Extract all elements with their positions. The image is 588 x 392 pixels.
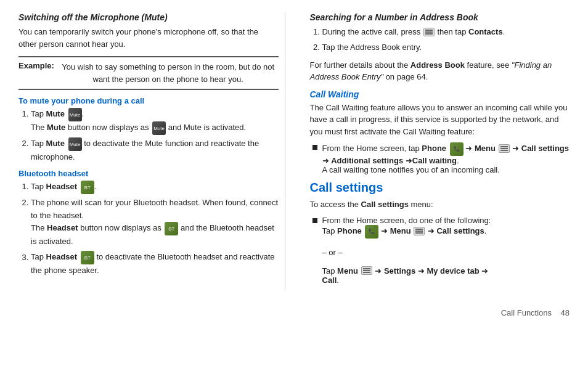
contacts-bold: Contacts [468, 27, 503, 36]
call-settings-bullet-text: From the Home screen, do one of the foll… [322, 216, 491, 285]
mute-bold-2: Mute [46, 139, 65, 148]
menu-bold-1: Menu [475, 144, 496, 153]
mute-steps: Tap Mute Mute. The Mute button now displ… [31, 108, 279, 164]
mute-bold-note: Mute [47, 123, 65, 132]
call-settings-intro: To access the Call settings menu: [310, 198, 570, 211]
headset-bold-2: Headset [47, 224, 78, 233]
phone-icon-2: 📞 [365, 225, 378, 239]
call-settings-bold-1: Call settings [521, 144, 569, 153]
section-mute-title: Switching off the Microphone (Mute) [18, 12, 279, 22]
or-text: – or – [322, 248, 343, 257]
bullet-square-1 [312, 145, 317, 150]
bullet-square-2 [312, 218, 317, 223]
section-call-waiting: Call Waiting The Call Waiting feature al… [310, 89, 570, 175]
mute-bold-1: Mute [46, 109, 65, 118]
menu-icon-4 [361, 266, 372, 275]
headset-icon-3: BT [81, 251, 94, 264]
bluetooth-step-2: The phone will scan for your Bluetooth h… [31, 197, 279, 248]
menu-icon-2 [499, 144, 510, 153]
settings-bold: Settings [384, 266, 415, 276]
example-label: Example: [18, 61, 54, 70]
footer-page: 48 [561, 308, 570, 317]
call-waiting-bold: Call waiting [412, 156, 457, 165]
my-device-bold: My device tab [427, 266, 479, 276]
section-call-settings: Call settings To access the Call setting… [310, 181, 570, 285]
call-waiting-bullets: From the Home screen, tap Phone 📞 ➜ Menu… [310, 142, 570, 174]
section-address-book: Searching for a Number in Address Book D… [310, 12, 570, 83]
headset-icon-1: BT [81, 181, 94, 194]
subsection-bluetooth-title: Bluetooth headset [18, 169, 279, 178]
address-book-step-1: During the active call, press then tap C… [322, 26, 570, 39]
right-column: Searching for a Number in Address Book D… [304, 12, 570, 291]
phone-icon-1: 📞 [450, 142, 463, 156]
call-settings-title: Call settings [310, 181, 570, 195]
mute-step-2: Tap Mute Mute to deactivate the Mute fun… [31, 137, 279, 164]
phone-bold-2: Phone [337, 226, 362, 235]
menu-icon-1 [423, 28, 435, 36]
call-waiting-title: Call Waiting [310, 89, 570, 99]
headset-bold-3: Headset [46, 253, 78, 262]
call-bold: Call [322, 276, 337, 285]
bluetooth-step-3: Tap Headset BT to deactivate the Bluetoo… [31, 251, 279, 277]
address-book-steps: During the active call, press then tap C… [322, 26, 570, 54]
call-waiting-bullet-text: From the Home screen, tap Phone 📞 ➜ Menu… [322, 142, 570, 174]
call-waiting-intro: The Call Waiting feature allows you to a… [310, 102, 570, 138]
call-settings-bullets: From the Home screen, do one of the foll… [310, 216, 570, 285]
section-mute: Switching off the Microphone (Mute) You … [18, 12, 279, 277]
bluetooth-steps: Tap Headset BT. The phone will scan for … [31, 181, 279, 277]
call-settings-bullet-1: From the Home screen, do one of the foll… [310, 216, 570, 285]
call-waiting-bullet-1: From the Home screen, tap Phone 📞 ➜ Menu… [310, 142, 570, 174]
call-settings-bold-inline: Call settings [361, 200, 409, 209]
menu-bold-2: Menu [390, 226, 411, 235]
footer: Call Functions 48 [18, 303, 570, 317]
example-text: You wish to say something to person in t… [58, 61, 279, 85]
address-book-step-2: Tap the Address Book entry. [322, 41, 570, 54]
section-address-book-title: Searching for a Number in Address Book [310, 12, 570, 22]
mute-icon-2: Mute [152, 121, 166, 135]
bluetooth-step-1: Tap Headset BT. [31, 181, 279, 194]
address-book-bold: Address Book [410, 60, 465, 70]
section-mute-intro: You can temporarily switch your phone's … [18, 26, 279, 50]
additional-settings-bold: Additional settings [331, 156, 403, 165]
footer-text: Call Functions [501, 308, 552, 317]
address-book-note: For further details about the Address Bo… [310, 59, 570, 83]
mute-step-1: Tap Mute Mute. The Mute button now displ… [31, 108, 279, 135]
subsection-mute-call-title: To mute your phone during a call [18, 96, 279, 105]
left-column: Switching off the Microphone (Mute) You … [18, 12, 285, 291]
menu-bold-3: Menu [337, 266, 358, 276]
headset-bold-1: Headset [46, 182, 78, 191]
menu-icon-3 [414, 227, 425, 235]
example-box: Example: You wish to say something to pe… [18, 56, 279, 90]
mute-icon-1: Mute [68, 108, 82, 121]
mute-icon-3: Mute [68, 137, 82, 151]
phone-bold-1: Phone [422, 144, 446, 153]
call-settings-bold-2: Call settings [436, 226, 484, 235]
headset-icon-2: BT [165, 222, 178, 235]
